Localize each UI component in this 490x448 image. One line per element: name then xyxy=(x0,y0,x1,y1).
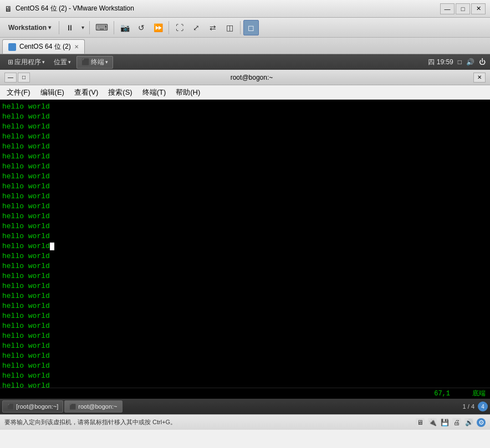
places-menu[interactable]: 位置 ▾ xyxy=(50,56,74,68)
terminal-left-controls: — □ xyxy=(4,73,30,83)
menu-view[interactable]: 查看(V) xyxy=(70,86,103,99)
snapshot-manager-button[interactable]: ⏩ xyxy=(150,20,166,35)
app-icon: 🖥 xyxy=(4,4,12,13)
unity-button[interactable]: ⤢ xyxy=(188,20,204,35)
snapshot-list-icon: ⏩ xyxy=(154,23,163,32)
status-icons: 🖥 🔌 💾 🖨 🔊 ⚙ xyxy=(416,418,486,427)
restore-snapshot-button[interactable]: ↺ xyxy=(134,20,149,35)
taskbar-icon-2: ⬛ xyxy=(69,404,76,410)
terminal-line: hello world xyxy=(2,361,488,371)
terminal-line: hello world xyxy=(2,261,488,271)
restore-icon: ↺ xyxy=(138,23,145,32)
terminal-line: hello world xyxy=(2,351,488,361)
status-bar: 要将输入定向到该虚拟机，请将鼠标指针移入其中或按 Ctrl+G。 🖥 🔌 💾 🖨… xyxy=(0,414,490,430)
toolbar-separator-1 xyxy=(59,21,59,34)
hdd-status-icon[interactable]: 💾 xyxy=(440,418,449,427)
fit-icon: ⇄ xyxy=(210,23,216,32)
terminal-line: hello world xyxy=(2,172,488,182)
terminal-line: hello world xyxy=(2,241,488,251)
terminal-line: hello world xyxy=(2,251,488,261)
autofit-button[interactable]: ◫ xyxy=(222,20,237,35)
toolbar-separator-4 xyxy=(169,21,169,34)
terminal-line: hello world xyxy=(2,162,488,172)
terminal-line: hello world xyxy=(2,371,488,381)
bottom-taskbar: ⬛ [root@bogon:~] ⬛ root@bogon:~ 1 / 4 4 xyxy=(0,399,490,414)
audio-status-icon[interactable]: 🔊 xyxy=(465,418,473,427)
minimize-button[interactable]: — xyxy=(440,3,455,14)
terminal-line: hello world xyxy=(2,381,488,388)
applications-menu[interactable]: ⊞ 应用程序 ▾ xyxy=(4,56,48,68)
pause-button[interactable]: ⏸ xyxy=(62,20,78,35)
send-ctrl-alt-del-button[interactable]: ⌨ xyxy=(93,20,111,35)
terminal-menu[interactable]: ⬛ 终端 ▾ xyxy=(76,56,113,69)
usb-status-icon[interactable]: 🔌 xyxy=(428,418,437,427)
close-button[interactable]: ✕ xyxy=(471,3,486,14)
taskbar-item-1[interactable]: ⬛ [root@bogon:~] xyxy=(2,400,63,413)
terminal-line: hello world xyxy=(2,271,488,281)
terminal-line: hello world xyxy=(2,222,488,231)
menu-search[interactable]: 搜索(S) xyxy=(104,86,136,99)
unity-icon: ⤢ xyxy=(193,23,200,32)
pause-dropdown[interactable]: ▾ xyxy=(79,20,86,35)
tab-label: CentOS 64 位 (2) xyxy=(19,42,71,52)
toolbar-separator-2 xyxy=(89,21,90,34)
maximize-button[interactable]: □ xyxy=(456,3,470,14)
menu-edit[interactable]: 编辑(E) xyxy=(36,86,69,99)
menu-file[interactable]: 文件(F) xyxy=(2,86,35,99)
full-screen-button[interactable]: ⛶ xyxy=(172,20,187,35)
terminal-line: hello world xyxy=(2,102,488,112)
menu-help[interactable]: 帮助(H) xyxy=(171,86,205,99)
fullscreen-icon: ⛶ xyxy=(176,23,183,32)
guest-toolbar-right: 四 19:59 □ 🔊 ⏻ xyxy=(428,58,486,67)
guest-toolbar: ⊞ 应用程序 ▾ 位置 ▾ ⬛ 终端 ▾ 四 19:59 □ 🔊 ⏻ xyxy=(0,54,490,70)
taskbar-item-2[interactable]: ⬛ root@bogon:~ xyxy=(64,400,122,413)
snapshot-button[interactable]: 📷 xyxy=(117,20,132,35)
scroll-mode: 底端 xyxy=(472,389,486,398)
keyboard-icon: ⌨ xyxy=(95,22,108,33)
terminal-line: hello world xyxy=(2,122,488,132)
tab-bar: CentOS 64 位 (2) ✕ xyxy=(0,38,490,54)
prefs-icon: ◻ xyxy=(248,23,254,32)
terminal-line: hello world xyxy=(2,202,488,212)
terminal-line: hello world xyxy=(2,291,488,301)
status-message: 要将输入定向到该虚拟机，请将鼠标指针移入其中或按 Ctrl+G。 xyxy=(4,418,176,426)
terminal-line: hello world xyxy=(2,341,488,351)
terminal-line: hello world xyxy=(2,192,488,202)
terminal-maximize-button[interactable]: □ xyxy=(18,73,30,83)
clock-display: 四 19:59 xyxy=(428,58,453,67)
vm-tab[interactable]: CentOS 64 位 (2) ✕ xyxy=(2,39,85,54)
toolbar-separator-3 xyxy=(114,21,114,34)
terminal-menu-bar: 文件(F) 编辑(E) 查看(V) 搜索(S) 终端(T) 帮助(H) xyxy=(0,85,490,100)
preferences-button[interactable]: ◻ xyxy=(243,20,259,35)
tab-vm-icon xyxy=(8,43,16,51)
terminal-line: hello world xyxy=(2,212,488,222)
printer-status-icon[interactable]: 🖨 xyxy=(452,418,461,427)
network-status-icon[interactable]: 🖥 xyxy=(416,418,425,427)
workstation-menu-button[interactable]: Workstation ▾ xyxy=(3,20,56,35)
guest-toolbar-left: ⊞ 应用程序 ▾ 位置 ▾ ⬛ 终端 ▾ xyxy=(4,56,113,69)
taskbar-page-info: 1 / 4 xyxy=(463,403,474,410)
pause-icon: ⏸ xyxy=(66,23,74,32)
terminal-line: hello world xyxy=(2,182,488,192)
power-icon[interactable]: ⏻ xyxy=(479,58,486,66)
vmware-toolbar: Workstation ▾ ⏸ ▾ ⌨ 📷 ↺ ⏩ ⛶ ⤢ ⇄ ◫ ◻ xyxy=(0,18,490,38)
tab-close-button[interactable]: ✕ xyxy=(74,44,79,50)
screen-icon[interactable]: □ xyxy=(458,58,462,66)
taskbar-icon-1: ⬛ xyxy=(7,404,14,410)
fit-button[interactable]: ⇄ xyxy=(205,20,221,35)
terminal-line: hello world xyxy=(2,152,488,162)
menu-terminal[interactable]: 终端(T) xyxy=(138,86,171,99)
taskbar-page-badge[interactable]: 4 xyxy=(478,401,488,411)
terminal-status-bar: 67,1 底端 xyxy=(0,388,490,399)
terminal-minimize-button[interactable]: — xyxy=(4,73,17,83)
settings-status-icon[interactable]: ⚙ xyxy=(477,418,486,427)
terminal-content[interactable]: hello worldhello worldhello worldhello w… xyxy=(0,100,490,388)
terminal-line: hello world xyxy=(2,301,488,311)
terminal-cursor xyxy=(50,243,54,250)
taskbar-label-2: root@bogon:~ xyxy=(78,403,117,410)
volume-icon[interactable]: 🔊 xyxy=(466,58,474,66)
title-bar: 🖥 CentOS 64 位 (2) - VMware Workstation —… xyxy=(0,0,490,18)
terminal-line: hello world xyxy=(2,281,488,291)
window-title: CentOS 64 位 (2) - VMware Workstation xyxy=(16,4,440,13)
terminal-close-button[interactable]: ✕ xyxy=(473,73,486,83)
